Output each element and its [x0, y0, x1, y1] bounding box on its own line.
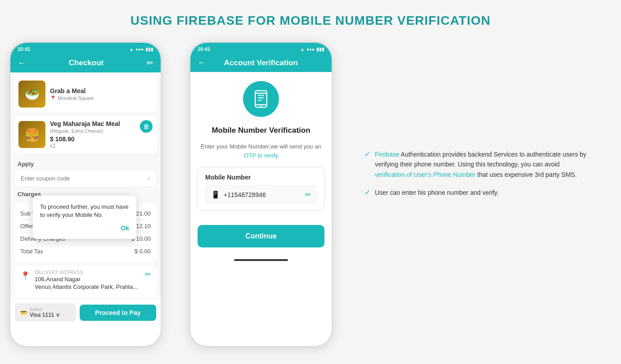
- meal-price-2: $ 108.90: [50, 135, 153, 143]
- card-icon: 💳: [20, 310, 27, 316]
- verify-popup: To proceed further, you must have to ver…: [33, 196, 136, 239]
- battery-icon: ▮▮▮: [145, 47, 153, 52]
- popup-ok-button[interactable]: Ok: [40, 225, 129, 232]
- info-text-2: User can enter his phone number and veri…: [375, 188, 499, 198]
- verification-icon-circle: [243, 81, 279, 117]
- connector-line: [332, 214, 333, 215]
- svg-point-6: [261, 106, 262, 107]
- delete-meal-button[interactable]: 🗑: [140, 120, 153, 133]
- info-text-1: Firebase Authentication provides backend…: [375, 149, 590, 180]
- signal-icon: ●●●: [135, 47, 144, 52]
- meal-img-1: 🥗: [18, 81, 45, 108]
- home-indicator-2: [234, 259, 288, 261]
- phone-verification-icon: [251, 89, 271, 109]
- meal-info-2: Veg Maharaja Mac Meal (Regular, Extra Ch…: [50, 120, 153, 149]
- otp-link[interactable]: OTP to verify: [244, 152, 278, 159]
- popup-message: To proceed further, you must have to ver…: [40, 203, 129, 219]
- info-item-1: ✓ Firebase Authentication provides backe…: [364, 149, 590, 180]
- address-section: 📍 DELIVERY ADDRESS 106,Anand Nagar Venus…: [14, 265, 157, 295]
- verification-title: Mobile Number Verification: [212, 126, 310, 135]
- address-label: DELIVERY ADDRESS: [35, 270, 140, 275]
- svg-rect-4: [258, 97, 265, 99]
- nav-title-2: Account Verification: [224, 58, 298, 67]
- status-icons-2: ▲ ●●● ▮▮▮: [300, 47, 324, 52]
- signal-icon-2: ●●●: [306, 47, 315, 52]
- verification-subtitle: Enter your Mobile Number,we will send yo…: [201, 142, 321, 160]
- meal-desc-2: (Regular, Extra Cheese): [50, 128, 153, 134]
- proceed-to-pay-button[interactable]: Proceed to Pay: [80, 305, 156, 321]
- charge-row-tax: Total Tax $ 0.00: [20, 245, 151, 257]
- status-bar-2: 10:41 ▲ ●●● ▮▮▮: [190, 43, 332, 54]
- meal-card-2: 🍔 Veg Maharaja Mac Meal (Regular, Extra …: [14, 116, 157, 153]
- edit-icon-1[interactable]: ✏: [147, 58, 153, 68]
- payment-sub-label: Visa 1111 ∨: [30, 312, 60, 318]
- continue-button[interactable]: Continue: [198, 225, 324, 247]
- info-section: ✓ Firebase Authentication provides backe…: [346, 41, 612, 198]
- meal-info-1: Grab a Meal 📍 Mondeal Square: [50, 87, 153, 101]
- check-icon-1: ✓: [364, 150, 370, 158]
- payment-select[interactable]: 💳 Select Visa 1111 ∨: [15, 303, 76, 322]
- svg-rect-5: [258, 100, 262, 101]
- address-line2: Venus Atlantis Corporate Park, Prahla...: [35, 283, 140, 290]
- address-line1: 106,Anand Nagar: [35, 276, 140, 283]
- payment-select-label: Select: [30, 307, 60, 312]
- meal-card-1: 🥗 Grab a Meal 📍 Mondeal Square: [14, 76, 157, 112]
- back-icon-2[interactable]: ←: [198, 58, 206, 67]
- page-title: USING FIREBASE FOR MOBILE NUMBER VERIFIC…: [130, 13, 491, 28]
- location-icon: 📍: [20, 271, 30, 281]
- coupon-row: ›: [14, 169, 157, 187]
- meal-qty-2: x1: [50, 143, 153, 149]
- info-item-2: ✓ User can enter his phone number and ve…: [364, 188, 590, 198]
- nav-bar-1: ← Checkout ✏: [10, 54, 161, 72]
- phone1-content: 🥗 Grab a Meal 📍 Mondeal Square 🍔 Veg Mah…: [10, 76, 161, 295]
- status-bar-1: 10:41 ▲ ●●● ▮▮▮: [10, 43, 161, 54]
- meal-img-2: 🍔: [18, 121, 45, 148]
- mobile-phone-icon: 📱: [211, 190, 220, 199]
- apply-label: Apply: [10, 157, 161, 169]
- mobile-number-label: Mobile Number: [205, 174, 317, 181]
- coupon-input[interactable]: [21, 175, 144, 182]
- phone-1-mockup: 10:41 ▲ ●●● ▮▮▮ ← Checkout ✏ 🥗 Grab a Me…: [9, 41, 162, 347]
- nav-title-1: Checkout: [69, 58, 104, 67]
- svg-rect-3: [258, 95, 265, 96]
- time-2: 10:41: [198, 46, 210, 52]
- mobile-input-row: 📱 +11548728946 ✏: [205, 185, 317, 204]
- location-pin-icon: 📍: [50, 95, 56, 101]
- back-icon-1[interactable]: ←: [18, 58, 26, 68]
- mobile-number-value: +11548728946: [224, 191, 302, 198]
- bottom-bar-1: 💳 Select Visa 1111 ∨ Proceed to Pay: [10, 298, 161, 326]
- mobile-number-box: Mobile Number 📱 +11548728946 ✏: [198, 167, 324, 211]
- battery-icon-2: ▮▮▮: [316, 47, 324, 52]
- meal-name-1: Grab a Meal: [50, 87, 153, 94]
- phone2-content: Mobile Number Verification Enter your Mo…: [190, 72, 332, 274]
- edit-mobile-button[interactable]: ✏: [305, 190, 311, 199]
- check-icon-2: ✓: [364, 188, 370, 197]
- phone-2-mockup: 10:41 ▲ ●●● ▮▮▮ ← Account Verification: [189, 41, 333, 347]
- wifi-icon-2: ▲: [300, 47, 305, 52]
- time-1: 10:41: [18, 46, 30, 52]
- meal-name-2: Veg Maharaja Mac Meal: [50, 120, 153, 127]
- coupon-arrow-icon: ›: [148, 174, 150, 182]
- meal-location-1: 📍 Mondeal Square: [50, 95, 153, 101]
- wifi-icon: ▲: [129, 47, 134, 52]
- address-edit-icon[interactable]: ✏: [145, 270, 151, 279]
- nav-bar-2: ← Account Verification: [190, 54, 332, 72]
- address-content: DELIVERY ADDRESS 106,Anand Nagar Venus A…: [35, 270, 140, 290]
- status-icons-1: ▲ ●●● ▮▮▮: [129, 47, 153, 52]
- info-list: ✓ Firebase Authentication provides backe…: [364, 149, 612, 198]
